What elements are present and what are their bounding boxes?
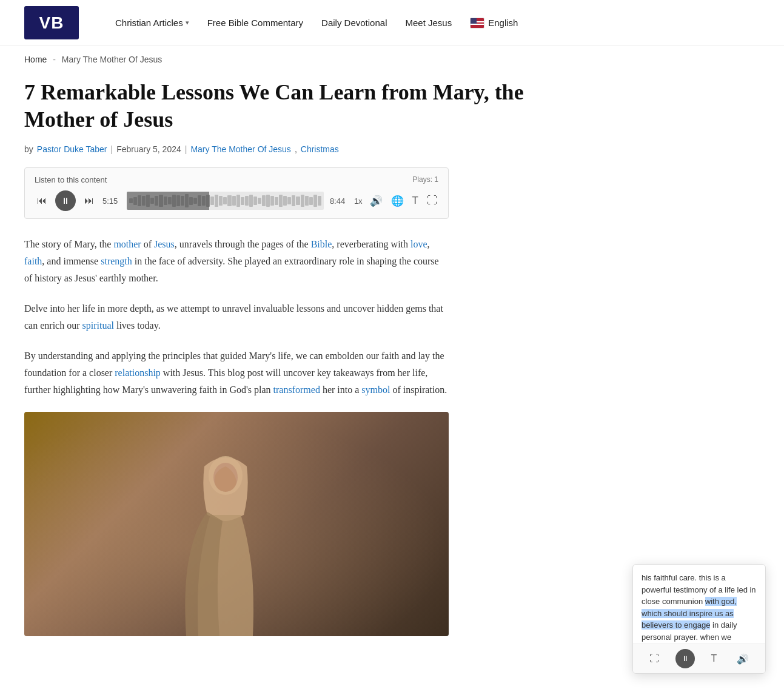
figure-silhouette [171, 442, 280, 636]
volume-button[interactable]: 🔊 [369, 193, 384, 209]
breadcrumb: Home - Mary The Mother Of Jesus [0, 46, 784, 73]
breadcrumb-separator: - [53, 55, 56, 64]
nav-label: Daily Devotional [321, 18, 387, 28]
link-symbol[interactable]: symbol [361, 385, 390, 395]
link-jesus[interactable]: Jesus [154, 239, 175, 249]
audio-label: Listen to this content [35, 175, 438, 184]
article-date: February 5, 2024 [116, 144, 181, 154]
article-meta: by Pastor Duke Taber | February 5, 2024 … [24, 144, 546, 154]
tag2-link[interactable]: Christmas [301, 144, 339, 154]
article-title: 7 Remarkable Lessons We Can Learn from M… [24, 79, 546, 133]
chevron-down-icon: ▾ [186, 19, 189, 27]
plays-count: Plays: 1 [412, 175, 438, 184]
audio-player: Listen to this content ⏮ ⏸ ⏭ 5:15 8:44 1… [24, 167, 449, 219]
language-audio-button[interactable]: 🌐 [390, 193, 405, 209]
logo-text: VB [39, 13, 64, 33]
speed-button[interactable]: 1x [354, 197, 363, 206]
nav-links: Christian Articles ▾ Free Bible Commenta… [115, 18, 760, 29]
fast-forward-button[interactable]: ⏭ [82, 194, 96, 207]
article-body: The story of Mary, the mother of Jesus, … [24, 236, 449, 398]
meta-sep1: | [111, 144, 113, 154]
author-link[interactable]: Pastor Duke Taber [37, 144, 107, 154]
popup-pause-icon: ⏸ [682, 654, 689, 663]
link-faith[interactable]: faith [24, 256, 42, 266]
language-selector[interactable]: English [470, 18, 518, 29]
nav-label: Free Bible Commentary [207, 18, 303, 28]
language-label: English [488, 18, 518, 28]
flag-icon [470, 18, 484, 29]
paragraph-3: By understanding and applying the princi… [24, 348, 449, 398]
paragraph-2: Delve into her life in more depth, as we… [24, 300, 449, 334]
nav-item-christian-articles[interactable]: Christian Articles ▾ [115, 18, 189, 28]
audio-controls: ⏮ ⏸ ⏭ 5:15 8:44 1x 🔊 🌐 T ⛶ [35, 190, 438, 211]
current-time: 5:15 [102, 197, 121, 206]
link-strength[interactable]: strength [101, 256, 132, 266]
audio-waveform[interactable] [127, 192, 324, 210]
article-image [24, 412, 449, 636]
site-logo[interactable]: VB [24, 6, 79, 39]
popup-text-before: his faithful care. this is a powerful te… [642, 573, 756, 606]
popup-screen-button[interactable]: ⛶ [646, 651, 663, 667]
link-spiritual[interactable]: spiritual [82, 320, 114, 331]
waveform-bars [127, 192, 324, 210]
nav-label: Christian Articles [115, 18, 183, 28]
paragraph-1: The story of Mary, the mother of Jesus, … [24, 236, 449, 287]
pause-button[interactable]: ⏸ [55, 190, 76, 211]
popup-controls: ⛶ ⏸ T 🔊 [633, 643, 765, 673]
breadcrumb-home[interactable]: Home [24, 55, 47, 64]
nav-item-free-bible-commentary[interactable]: Free Bible Commentary [207, 18, 303, 28]
meta-sep2: | [185, 144, 187, 154]
pause-icon: ⏸ [61, 196, 70, 206]
nav-label: Meet Jesus [405, 18, 452, 28]
link-bible[interactable]: Bible [311, 239, 332, 249]
popup-volume-button[interactable]: 🔊 [733, 651, 752, 667]
navbar: VB Christian Articles ▾ Free Bible Comme… [0, 0, 784, 46]
nav-item-meet-jesus[interactable]: Meet Jesus [405, 18, 452, 28]
end-time: 8:44 [330, 197, 348, 206]
main-content: 7 Remarkable Lessons We Can Learn from M… [0, 73, 570, 660]
tag1-link[interactable]: Mary The Mother Of Jesus [190, 144, 290, 154]
popup-pause-button[interactable]: ⏸ [675, 649, 695, 668]
link-relationship[interactable]: relationship [115, 368, 161, 378]
floating-popup: his faithful care. this is a powerful te… [632, 564, 766, 674]
fullscreen-button[interactable]: ⛶ [426, 193, 438, 208]
rewind-button[interactable]: ⏮ [35, 194, 49, 207]
nav-item-daily-devotional[interactable]: Daily Devotional [321, 18, 387, 28]
popup-text-button[interactable]: T [708, 651, 721, 667]
text-size-button[interactable]: T [411, 193, 420, 208]
popup-text: his faithful care. this is a powerful te… [633, 565, 765, 643]
by-label: by [24, 144, 33, 154]
link-love[interactable]: love [410, 239, 427, 249]
link-mother[interactable]: mother [113, 239, 141, 249]
flag-canton [471, 18, 477, 24]
breadcrumb-current: Mary The Mother Of Jesus [62, 55, 162, 64]
link-transformed[interactable]: transformed [273, 385, 320, 395]
